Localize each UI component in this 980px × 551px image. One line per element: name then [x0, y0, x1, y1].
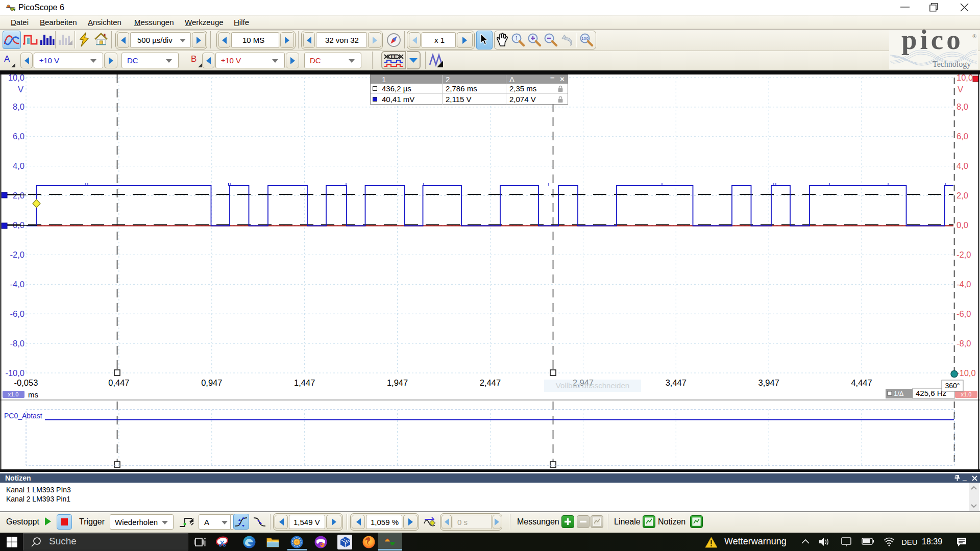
svg-text:-8,0: -8,0: [10, 339, 24, 348]
svg-text:1: 1: [515, 36, 518, 41]
svg-text:0,0: 0,0: [957, 220, 968, 230]
svg-text:4,447: 4,447: [851, 378, 872, 387]
svg-text:3,447: 3,447: [666, 378, 687, 387]
svg-text:6,0: 6,0: [13, 132, 24, 141]
svg-text:1,447: 1,447: [294, 378, 315, 387]
svg-text:Technology: Technology: [933, 60, 971, 69]
svg-text:8,0: 8,0: [957, 102, 968, 111]
svg-text:100: 100: [581, 36, 589, 41]
svg-text:2,447: 2,447: [480, 378, 501, 387]
svg-text:-10,0: -10,0: [957, 368, 976, 378]
svg-text:pico: pico: [901, 30, 964, 55]
svg-text:PC0_Abtast: PC0_Abtast: [4, 412, 42, 420]
svg-text:0,947: 0,947: [201, 378, 222, 387]
svg-text:2,0: 2,0: [957, 191, 968, 200]
svg-text:-2,0: -2,0: [10, 250, 24, 259]
svg-text:6,0: 6,0: [957, 132, 968, 141]
svg-text:-4,0: -4,0: [10, 280, 24, 289]
svg-text:-8,0: -8,0: [957, 339, 971, 348]
svg-text:1/Δ: 1/Δ: [894, 390, 904, 397]
svg-text:V: V: [18, 85, 23, 94]
svg-text:1,947: 1,947: [387, 378, 408, 387]
svg-text:x1.0: x1.0: [8, 391, 19, 397]
svg-text:-6,0: -6,0: [10, 309, 24, 318]
svg-text:ms: ms: [28, 390, 38, 399]
svg-text:-4,0: -4,0: [957, 280, 971, 289]
svg-text:0,447: 0,447: [108, 378, 129, 387]
svg-text:-0,053: -0,053: [14, 378, 38, 387]
svg-text:-2,0: -2,0: [957, 250, 971, 259]
svg-text:10,0: 10,0: [957, 74, 973, 82]
svg-text:FF: FF: [391, 54, 397, 60]
svg-text:8,0: 8,0: [13, 102, 24, 111]
svg-text:3,947: 3,947: [758, 378, 779, 387]
svg-text:4,0: 4,0: [957, 161, 968, 170]
svg-text:Vollbild ausschneiden: Vollbild ausschneiden: [556, 381, 629, 390]
svg-text:-6,0: -6,0: [957, 309, 971, 318]
svg-text:V: V: [958, 85, 963, 94]
svg-text:10,0: 10,0: [8, 74, 24, 82]
svg-text:360°: 360°: [945, 382, 960, 390]
svg-text:2,0: 2,0: [13, 191, 24, 200]
svg-text:x1.0: x1.0: [961, 391, 972, 397]
svg-text:®: ®: [972, 33, 976, 39]
svg-text:-10,0: -10,0: [5, 368, 24, 378]
svg-text:4,0: 4,0: [13, 161, 24, 170]
